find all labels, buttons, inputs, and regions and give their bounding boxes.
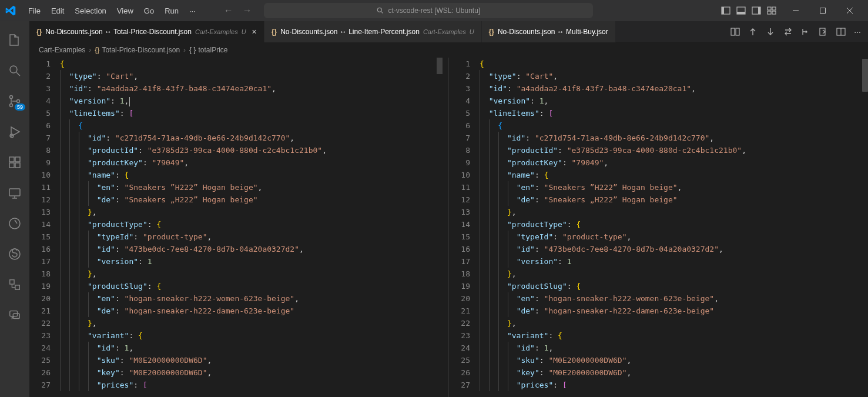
svg-point-16 [10,66,17,73]
menu-go[interactable]: Go [139,4,159,18]
svg-rect-5 [737,12,745,14]
diff-editor-left[interactable]: 1234567891011121314151617181920212223242… [29,58,448,397]
svg-rect-11 [772,11,776,14]
svg-rect-7 [758,7,760,14]
menu-bar: File Edit Selection View Go Run ··· [24,4,200,18]
menu-run[interactable]: Run [160,4,183,18]
svg-point-30 [9,249,20,259]
compare-icon[interactable] [730,27,740,36]
svg-rect-22 [9,157,14,162]
activity-explorer-icon[interactable] [1,26,29,54]
activity-github-icon[interactable] [1,271,29,299]
svg-rect-26 [9,189,20,196]
activity-bar: 59 [0,21,29,397]
swap-icon[interactable] [783,27,793,36]
minimap[interactable] [860,58,868,397]
svg-rect-25 [15,157,20,162]
svg-rect-36 [736,28,739,35]
code-content-right[interactable]: { "type": "Cart", "id": "a4addaa2-41f8-4… [480,58,868,397]
titlebar: File Edit Selection View Go Run ··· ← → … [0,0,868,21]
menu-edit[interactable]: Edit [46,4,69,18]
tab-multi-buy[interactable]: {} No-Discounts.json ↔ Multi-Buy.jsor [482,21,616,42]
activity-commerce-icon[interactable] [1,240,29,268]
json-icon: {} [272,28,277,36]
activity-comments-icon[interactable] [1,301,29,329]
activity-extensions-icon[interactable] [1,148,29,176]
activity-debug-icon[interactable] [1,118,29,146]
layout-customize-icon[interactable] [767,6,776,15]
diff-editor-right[interactable]: 1234567891011121314151617181920212223242… [448,58,868,397]
vscode-logo-icon [5,5,16,16]
more-actions-icon[interactable]: ··· [854,27,861,36]
line-numbers: 1234567891011121314151617181920212223242… [449,58,480,397]
breadcrumb-file[interactable]: Total-Price-Discount.json [102,46,180,54]
open-file-icon[interactable] [819,27,828,36]
layout-left-icon[interactable] [721,6,730,15]
split-editor-icon[interactable] [836,27,846,36]
svg-point-29 [9,218,20,229]
svg-point-19 [10,104,13,107]
next-change-icon[interactable] [766,27,775,36]
command-center-text: ct-vscode-rest [WSL: Ubuntu] [388,6,480,15]
activity-remote-icon[interactable] [1,179,29,207]
object-icon: { } [189,46,196,54]
scm-badge: 59 [15,104,25,111]
svg-point-20 [17,100,20,103]
svg-rect-31 [10,280,14,284]
close-tab-icon[interactable]: × [252,27,257,36]
svg-point-0 [378,8,382,12]
svg-rect-13 [820,8,826,14]
svg-line-1 [381,12,383,14]
editor-tabs: {} No-Discounts.json ↔ Total-Price-Disco… [29,21,868,42]
window-minimize-icon[interactable] [782,0,809,21]
whitespace-icon[interactable] [801,27,810,36]
tab-total-price-discount[interactable]: {} No-Discounts.json ↔ Total-Price-Disco… [29,21,264,42]
breadcrumbs[interactable]: Cart-Examples › {} Total-Price-Discount.… [29,42,868,58]
json-icon: {} [489,28,494,36]
minimap[interactable] [440,58,448,397]
svg-rect-37 [820,28,825,35]
command-center[interactable]: ct-vscode-rest [WSL: Ubuntu] [264,3,593,18]
svg-rect-9 [772,7,776,10]
code-content-left[interactable]: { "type": "Cart", "id": "a4addaa2-41f8-4… [60,58,448,397]
svg-rect-3 [722,7,724,14]
svg-point-18 [10,96,13,99]
nav-forward-icon[interactable]: → [243,5,252,16]
svg-rect-24 [15,163,20,168]
layout-right-icon[interactable] [752,6,761,15]
line-numbers: 1234567891011121314151617181920212223242… [29,58,60,397]
layout-controls [721,6,776,15]
breadcrumb-symbol[interactable]: totalPrice [198,46,227,54]
search-icon [376,6,384,15]
svg-line-17 [16,72,20,76]
json-icon: {} [36,28,42,36]
menu-file[interactable]: File [24,4,45,18]
nav-back-icon[interactable]: ← [224,5,233,16]
prev-change-icon[interactable] [748,27,758,36]
window-close-icon[interactable] [836,0,863,21]
svg-rect-8 [768,7,771,10]
menu-more-icon[interactable]: ··· [185,4,200,18]
nav-arrows: ← → [224,5,252,16]
svg-rect-35 [731,28,735,35]
menu-selection[interactable]: Selection [70,4,110,18]
svg-rect-10 [768,11,771,14]
activity-source-control-icon[interactable]: 59 [1,87,29,115]
activity-search-icon[interactable] [1,56,29,85]
breadcrumb-folder[interactable]: Cart-Examples [39,46,85,54]
tab-line-item-percent[interactable]: {} No-Discounts.json ↔ Line-Item-Percent… [264,21,482,42]
window-maximize-icon[interactable] [809,0,836,21]
svg-rect-23 [9,163,14,168]
svg-rect-32 [15,285,19,289]
menu-view[interactable]: View [112,4,138,18]
activity-timeline-icon[interactable] [1,209,29,238]
layout-bottom-icon[interactable] [736,6,746,15]
json-icon: {} [95,46,99,54]
